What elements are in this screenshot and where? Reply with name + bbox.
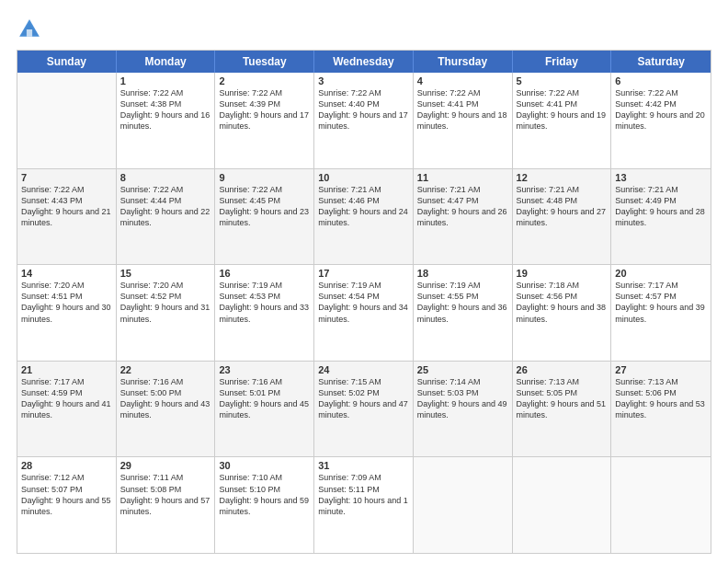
calendar-cell: 12Sunrise: 7:21 AM Sunset: 4:48 PM Dayli…: [513, 169, 612, 265]
day-info: Sunrise: 7:10 AM Sunset: 5:10 PM Dayligh…: [219, 472, 310, 517]
calendar-cell: 30Sunrise: 7:10 AM Sunset: 5:10 PM Dayli…: [215, 457, 314, 553]
day-info: Sunrise: 7:22 AM Sunset: 4:41 PM Dayligh…: [517, 87, 608, 132]
day-number: 4: [417, 75, 508, 86]
calendar-cell: 5Sunrise: 7:22 AM Sunset: 4:41 PM Daylig…: [513, 73, 612, 168]
day-number: 30: [219, 460, 310, 471]
day-info: Sunrise: 7:16 AM Sunset: 5:01 PM Dayligh…: [219, 376, 310, 421]
day-info: Sunrise: 7:22 AM Sunset: 4:38 PM Dayligh…: [120, 87, 211, 132]
day-number: 9: [219, 172, 310, 183]
day-info: Sunrise: 7:13 AM Sunset: 5:06 PM Dayligh…: [615, 376, 707, 421]
calendar-cell: 1Sunrise: 7:22 AM Sunset: 4:38 PM Daylig…: [117, 73, 216, 168]
calendar-cell: 24Sunrise: 7:15 AM Sunset: 5:02 PM Dayli…: [314, 362, 414, 457]
calendar-cell: 27Sunrise: 7:13 AM Sunset: 5:06 PM Dayli…: [611, 362, 711, 457]
day-number: 10: [318, 172, 409, 183]
calendar-header-wednesday: Wednesday: [314, 51, 414, 73]
day-info: Sunrise: 7:19 AM Sunset: 4:54 PM Dayligh…: [318, 280, 409, 325]
calendar-cell: [17, 73, 117, 168]
day-number: 31: [318, 460, 409, 471]
day-number: 14: [21, 268, 112, 279]
day-info: Sunrise: 7:22 AM Sunset: 4:41 PM Dayligh…: [417, 87, 508, 132]
logo-icon: [17, 17, 42, 42]
calendar-header-thursday: Thursday: [414, 51, 513, 73]
day-info: Sunrise: 7:19 AM Sunset: 4:53 PM Dayligh…: [219, 280, 310, 325]
day-number: 23: [219, 364, 310, 375]
calendar-cell: 28Sunrise: 7:12 AM Sunset: 5:07 PM Dayli…: [17, 457, 117, 553]
day-info: Sunrise: 7:13 AM Sunset: 5:05 PM Dayligh…: [517, 376, 608, 421]
calendar-cell: 4Sunrise: 7:22 AM Sunset: 4:41 PM Daylig…: [414, 73, 513, 168]
day-number: 19: [517, 268, 608, 279]
day-number: 15: [120, 268, 211, 279]
day-number: 29: [120, 460, 211, 471]
day-number: 7: [21, 172, 112, 183]
calendar-cell: 7Sunrise: 7:22 AM Sunset: 4:43 PM Daylig…: [17, 169, 117, 265]
calendar-cell: 3Sunrise: 7:22 AM Sunset: 4:40 PM Daylig…: [314, 73, 414, 168]
calendar-cell: 19Sunrise: 7:18 AM Sunset: 4:56 PM Dayli…: [513, 265, 612, 361]
day-number: 26: [517, 364, 608, 375]
day-number: 12: [517, 172, 608, 183]
day-info: Sunrise: 7:12 AM Sunset: 5:07 PM Dayligh…: [21, 472, 112, 517]
calendar-header: SundayMondayTuesdayWednesdayThursdayFrid…: [17, 51, 711, 73]
calendar-cell: 26Sunrise: 7:13 AM Sunset: 5:05 PM Dayli…: [513, 362, 612, 457]
page: SundayMondayTuesdayWednesdayThursdayFrid…: [0, 0, 728, 563]
day-info: Sunrise: 7:22 AM Sunset: 4:40 PM Dayligh…: [318, 87, 409, 132]
day-number: 18: [417, 268, 508, 279]
day-number: 17: [318, 268, 409, 279]
day-info: Sunrise: 7:20 AM Sunset: 4:52 PM Dayligh…: [120, 280, 211, 325]
calendar-cell: 11Sunrise: 7:21 AM Sunset: 4:47 PM Dayli…: [414, 169, 513, 265]
calendar-cell: 31Sunrise: 7:09 AM Sunset: 5:11 PM Dayli…: [314, 457, 414, 553]
svg-rect-2: [27, 29, 32, 37]
calendar-cell: 20Sunrise: 7:17 AM Sunset: 4:57 PM Dayli…: [611, 265, 711, 361]
day-number: 25: [417, 364, 508, 375]
calendar-cell: 6Sunrise: 7:22 AM Sunset: 4:42 PM Daylig…: [611, 73, 711, 168]
calendar-cell: 10Sunrise: 7:21 AM Sunset: 4:46 PM Dayli…: [314, 169, 414, 265]
calendar-week-5: 28Sunrise: 7:12 AM Sunset: 5:07 PM Dayli…: [17, 457, 711, 553]
calendar-cell: 15Sunrise: 7:20 AM Sunset: 4:52 PM Dayli…: [117, 265, 216, 361]
day-number: 5: [517, 75, 608, 86]
calendar-cell: 17Sunrise: 7:19 AM Sunset: 4:54 PM Dayli…: [314, 265, 414, 361]
calendar-cell: 21Sunrise: 7:17 AM Sunset: 4:59 PM Dayli…: [17, 362, 117, 457]
day-info: Sunrise: 7:22 AM Sunset: 4:39 PM Dayligh…: [219, 87, 310, 132]
calendar-week-1: 1Sunrise: 7:22 AM Sunset: 4:38 PM Daylig…: [17, 73, 711, 169]
day-info: Sunrise: 7:21 AM Sunset: 4:47 PM Dayligh…: [417, 184, 508, 229]
day-info: Sunrise: 7:22 AM Sunset: 4:42 PM Dayligh…: [615, 87, 707, 132]
day-number: 3: [318, 75, 409, 86]
day-number: 24: [318, 364, 409, 375]
calendar-week-4: 21Sunrise: 7:17 AM Sunset: 4:59 PM Dayli…: [17, 362, 711, 458]
calendar: SundayMondayTuesdayWednesdayThursdayFrid…: [17, 50, 711, 554]
day-info: Sunrise: 7:20 AM Sunset: 4:51 PM Dayligh…: [21, 280, 112, 325]
calendar-header-sunday: Sunday: [17, 51, 117, 73]
calendar-header-saturday: Saturday: [611, 51, 711, 73]
calendar-body: 1Sunrise: 7:22 AM Sunset: 4:38 PM Daylig…: [17, 73, 711, 553]
calendar-cell: 18Sunrise: 7:19 AM Sunset: 4:55 PM Dayli…: [414, 265, 513, 361]
day-info: Sunrise: 7:16 AM Sunset: 5:00 PM Dayligh…: [120, 376, 211, 421]
day-info: Sunrise: 7:21 AM Sunset: 4:49 PM Dayligh…: [615, 184, 707, 229]
day-info: Sunrise: 7:21 AM Sunset: 4:48 PM Dayligh…: [517, 184, 608, 229]
day-number: 1: [120, 75, 211, 86]
calendar-cell: 25Sunrise: 7:14 AM Sunset: 5:03 PM Dayli…: [414, 362, 513, 457]
calendar-cell: 2Sunrise: 7:22 AM Sunset: 4:39 PM Daylig…: [215, 73, 314, 168]
day-info: Sunrise: 7:14 AM Sunset: 5:03 PM Dayligh…: [417, 376, 508, 421]
calendar-week-3: 14Sunrise: 7:20 AM Sunset: 4:51 PM Dayli…: [17, 265, 711, 362]
day-info: Sunrise: 7:18 AM Sunset: 4:56 PM Dayligh…: [517, 280, 608, 325]
day-number: 2: [219, 75, 310, 86]
day-number: 27: [615, 364, 707, 375]
day-number: 11: [417, 172, 508, 183]
calendar-cell: 13Sunrise: 7:21 AM Sunset: 4:49 PM Dayli…: [611, 169, 711, 265]
day-number: 8: [120, 172, 211, 183]
day-info: Sunrise: 7:22 AM Sunset: 4:45 PM Dayligh…: [219, 184, 310, 229]
day-info: Sunrise: 7:17 AM Sunset: 4:59 PM Dayligh…: [21, 376, 112, 421]
calendar-cell: 23Sunrise: 7:16 AM Sunset: 5:01 PM Dayli…: [215, 362, 314, 457]
day-number: 6: [615, 75, 707, 86]
day-info: Sunrise: 7:17 AM Sunset: 4:57 PM Dayligh…: [615, 280, 707, 325]
calendar-cell: [414, 457, 513, 553]
day-number: 28: [21, 460, 112, 471]
day-info: Sunrise: 7:22 AM Sunset: 4:43 PM Dayligh…: [21, 184, 112, 229]
day-number: 13: [615, 172, 707, 183]
calendar-header-friday: Friday: [513, 51, 612, 73]
calendar-cell: 16Sunrise: 7:19 AM Sunset: 4:53 PM Dayli…: [215, 265, 314, 361]
day-info: Sunrise: 7:19 AM Sunset: 4:55 PM Dayligh…: [417, 280, 508, 325]
day-number: 20: [615, 268, 707, 279]
day-info: Sunrise: 7:11 AM Sunset: 5:08 PM Dayligh…: [120, 472, 211, 517]
calendar-week-2: 7Sunrise: 7:22 AM Sunset: 4:43 PM Daylig…: [17, 169, 711, 266]
day-number: 16: [219, 268, 310, 279]
